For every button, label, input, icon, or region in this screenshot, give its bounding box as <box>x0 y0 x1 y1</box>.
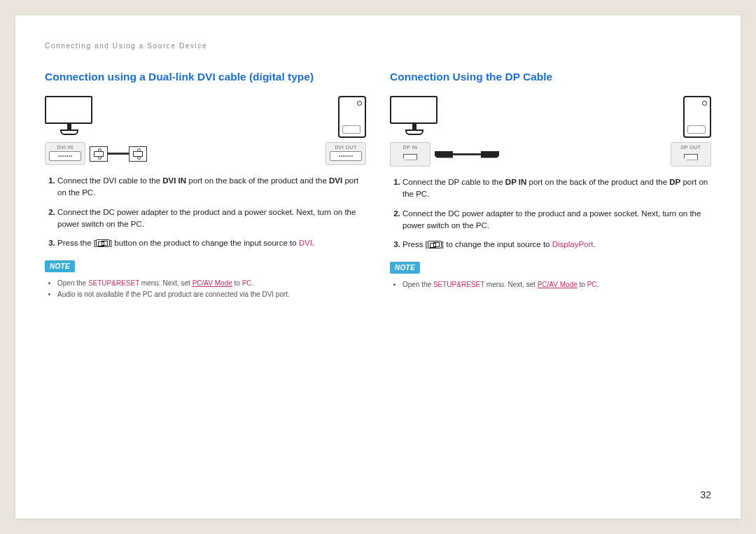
manual-page: Connecting and Using a Source Device Con… <box>15 15 741 519</box>
diagram-dvi <box>45 96 366 138</box>
note-item: Open the SETUP&RESET menu. Next, set PC/… <box>57 278 366 289</box>
note-item: Audio is not available if the PC and pro… <box>57 289 366 300</box>
monitor-icon <box>390 96 439 138</box>
step-3: Press the [] button on the product to ch… <box>57 237 366 249</box>
port-dp-out: DP OUT <box>671 142 711 167</box>
column-dp: Connection Using the DP Cable DP IN <box>390 71 711 300</box>
port-dvi-in: DVI IN <box>45 142 85 165</box>
source-button-icon <box>428 241 442 248</box>
page-number: 32 <box>700 489 711 500</box>
port-label: DP OUT <box>681 145 701 150</box>
port-dp-in: DP IN <box>390 142 430 167</box>
monitor-icon <box>45 96 94 138</box>
ports-row-dvi: DVI IN DVI OUT <box>45 142 366 165</box>
section-title-dp: Connection Using the DP Cable <box>390 71 711 83</box>
notes-dp: Open the SETUP&RESET menu. Next, set PC/… <box>390 279 711 290</box>
steps-dvi: Connect the DVI cable to the DVI IN port… <box>45 175 366 249</box>
port-label: DP IN <box>403 145 418 150</box>
note-badge: NOTE <box>45 260 75 272</box>
note-badge: NOTE <box>390 262 420 274</box>
source-button-icon <box>96 239 110 247</box>
two-column-layout: Connection using a Dual-link DVI cable (… <box>45 71 711 300</box>
dvi-cable-icon <box>90 146 147 162</box>
chapter-heading: Connecting and Using a Source Device <box>45 42 711 50</box>
steps-dp: Connect the DP cable to the DP IN port o… <box>390 176 711 251</box>
ports-row-dp: DP IN DP OUT <box>390 142 711 167</box>
column-dvi: Connection using a Dual-link DVI cable (… <box>45 71 366 300</box>
diagram-dp <box>390 96 711 138</box>
pc-icon <box>683 96 711 138</box>
step-2: Connect the DC power adapter to the prod… <box>57 206 366 231</box>
note-item: Open the SETUP&RESET menu. Next, set PC/… <box>402 279 711 290</box>
notes-dvi: Open the SETUP&RESET menu. Next, set PC/… <box>45 278 366 300</box>
section-title-dvi: Connection using a Dual-link DVI cable (… <box>45 71 366 83</box>
port-label: DVI OUT <box>335 145 356 150</box>
dp-cable-icon <box>435 150 499 160</box>
step-1: Connect the DVI cable to the DVI IN port… <box>57 175 366 199</box>
pc-icon <box>338 96 366 138</box>
port-label: DVI IN <box>57 145 73 150</box>
port-dvi-out: DVI OUT <box>326 142 366 165</box>
step-2: Connect the DC power adapter to the prod… <box>402 208 711 232</box>
step-1: Connect the DP cable to the DP IN port o… <box>402 176 711 201</box>
step-3: Press [] to change the input source to D… <box>402 239 711 251</box>
